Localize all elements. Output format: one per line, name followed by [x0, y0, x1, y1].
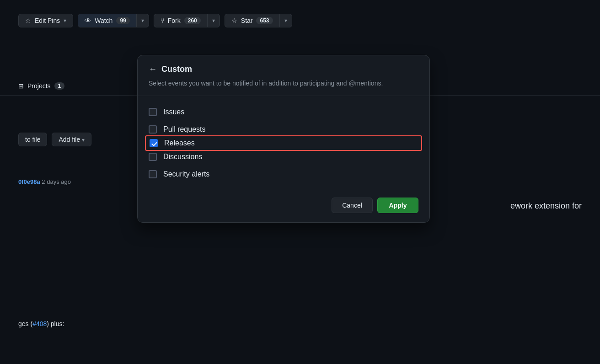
watch-button[interactable]: 👁 Watch 99: [78, 14, 137, 27]
issues-checkbox-item: Issues: [149, 103, 418, 121]
issues-label[interactable]: Issues: [163, 108, 184, 116]
releases-label[interactable]: Releases: [164, 139, 195, 147]
projects-icon: ⊞: [18, 82, 24, 90]
discussions-label[interactable]: Discussions: [163, 153, 202, 161]
star-dropdown[interactable]: ☆ Star 653 ▾: [225, 14, 292, 27]
star-icon: ☆: [231, 17, 237, 24]
nav-item-projects[interactable]: ⊞ Projects 1: [18, 82, 64, 90]
cancel-button[interactable]: Cancel: [332, 198, 373, 213]
fork-dropdown[interactable]: ⑂ Fork 260 ▾: [154, 14, 220, 27]
panel-header: ← Custom Select events you want to be no…: [138, 55, 429, 96]
pull-requests-checkbox[interactable]: [149, 125, 157, 134]
add-file-label: Add file: [59, 136, 80, 143]
discussions-checkbox[interactable]: [149, 153, 157, 161]
add-file-button[interactable]: Add file ▾: [52, 133, 91, 146]
back-button[interactable]: ← Custom: [149, 64, 418, 74]
panel-body: Issues Pull requests Releases Discussion…: [138, 96, 429, 190]
repo-description: ework extension for: [510, 201, 582, 211]
watch-label: Watch: [95, 17, 112, 24]
fork-chevron-button[interactable]: ▾: [208, 15, 220, 27]
watch-chevron-button[interactable]: ▾: [137, 15, 149, 27]
security-alerts-checkbox-item: Security alerts: [149, 166, 418, 183]
fork-icon: ⑂: [161, 17, 164, 24]
edit-pins-label: Edit Pins: [35, 17, 60, 24]
commit-info: 0f0e98a 2 days ago: [18, 178, 71, 185]
chevron-down-icon: ▾: [284, 17, 287, 24]
description-text: ework extension for: [510, 201, 582, 210]
chevron-down-icon: ▾: [64, 17, 66, 24]
panel-description: Select events you want to be notified of…: [149, 79, 418, 88]
go-to-file-button[interactable]: to file: [18, 133, 47, 146]
star-label: Star: [241, 17, 253, 24]
star-count: 653: [256, 17, 273, 24]
star-button[interactable]: ☆ Star 653: [225, 14, 280, 27]
chevron-down-icon: ▾: [212, 17, 215, 24]
footer-suffix: ) plus:: [47, 320, 64, 327]
footer-prefix: ges (: [18, 320, 32, 327]
eye-icon: 👁: [85, 17, 91, 24]
security-alerts-checkbox[interactable]: [149, 170, 157, 178]
panel-footer: Cancel Apply: [138, 190, 429, 222]
watch-dropdown[interactable]: 👁 Watch 99 ▾: [78, 14, 149, 27]
fork-label: Fork: [168, 17, 181, 24]
pull-requests-label[interactable]: Pull requests: [163, 125, 206, 134]
star-icon: ☆: [25, 17, 31, 24]
apply-button[interactable]: Apply: [377, 198, 418, 213]
commit-hash[interactable]: 0f0e98a: [18, 178, 40, 185]
security-alerts-label[interactable]: Security alerts: [163, 170, 209, 178]
chevron-down-icon: ▾: [82, 137, 85, 143]
top-bar: ☆ Edit Pins ▾ 👁 Watch 99 ▾ ⑂ Fork 260 ▾ …: [0, 14, 600, 27]
edit-pins-button[interactable]: ☆ Edit Pins ▾: [18, 14, 73, 27]
footer-text: ges (#408) plus:: [18, 320, 64, 327]
custom-notification-panel: ← Custom Select events you want to be no…: [137, 55, 430, 223]
fork-button[interactable]: ⑂ Fork 260: [154, 14, 208, 27]
panel-title: Custom: [161, 64, 192, 74]
watch-count: 99: [116, 17, 129, 24]
issues-checkbox[interactable]: [149, 108, 157, 116]
chevron-down-icon: ▾: [141, 17, 144, 24]
commit-time: 2 days ago: [42, 178, 71, 185]
back-arrow-icon: ←: [149, 64, 157, 74]
star-chevron-button[interactable]: ▾: [280, 15, 292, 27]
discussions-checkbox-item: Discussions: [149, 148, 418, 166]
projects-label: Projects: [27, 82, 51, 90]
go-to-file-label: to file: [25, 136, 40, 143]
fork-count: 260: [184, 17, 201, 24]
issue-link[interactable]: #408: [32, 320, 47, 327]
projects-count-badge: 1: [54, 82, 65, 90]
releases-checkbox[interactable]: [150, 139, 158, 147]
